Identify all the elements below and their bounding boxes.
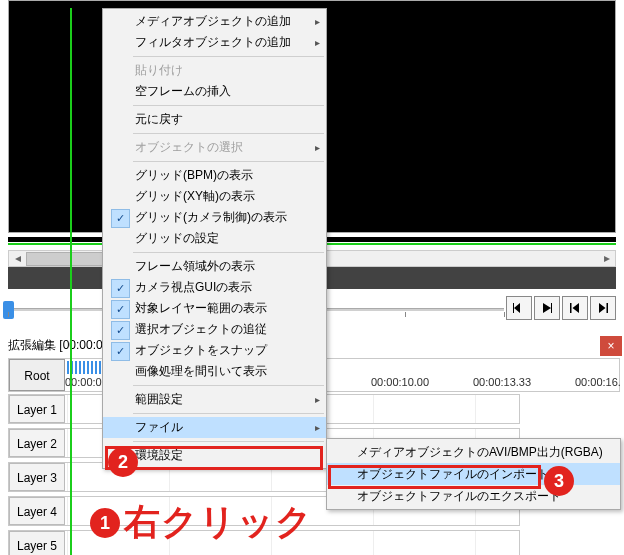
annotation-badge-3: 3 (544, 466, 574, 496)
menu-item[interactable]: フレーム領域外の表示 (103, 256, 326, 277)
file-submenu: メディアオブジェクトのAVI/BMP出力(RGBA)オブジェクトファイルのインポ… (326, 438, 621, 510)
menu-item[interactable]: グリッド(カメラ制御)の表示 (103, 207, 326, 228)
go-end-button[interactable] (590, 296, 616, 320)
annotation-badge-1: 1 (90, 508, 120, 538)
annotation-badge-2: 2 (108, 447, 138, 477)
playhead-vertical[interactable] (70, 8, 72, 555)
menu-item[interactable]: 元に戻す (103, 109, 326, 130)
menu-item[interactable]: 空フレームの挿入 (103, 81, 326, 102)
timecode: 00:00:10.00 (371, 376, 429, 388)
menu-item[interactable]: 選択オブジェクトの追従 (103, 319, 326, 340)
scroll-right-button[interactable]: ▸ (598, 251, 615, 266)
layer-label[interactable]: Layer 2 (9, 429, 65, 457)
layer-label[interactable]: Layer 4 (9, 497, 65, 525)
menu-item[interactable]: オブジェクトをスナップ (103, 340, 326, 361)
root-button[interactable]: Root (9, 359, 65, 391)
menu-item: 貼り付け (103, 60, 326, 81)
annotation-text: 右クリック (124, 498, 313, 547)
menu-item[interactable]: 画像処理を間引いて表示 (103, 361, 326, 382)
layer-label[interactable]: Layer 5 (9, 531, 65, 555)
prev-frame-button[interactable] (506, 296, 532, 320)
menu-item[interactable]: グリッド(XY軸)の表示 (103, 186, 326, 207)
timeline-title: 拡張編集 [00:00:00 (8, 337, 109, 354)
menu-item[interactable]: グリッド(BPM)の表示 (103, 165, 326, 186)
menu-item: オブジェクトの選択 (103, 137, 326, 158)
play-button[interactable] (534, 296, 560, 320)
timeline-close-button[interactable]: × (600, 336, 622, 356)
menu-item[interactable]: カメラ視点GUIの表示 (103, 277, 326, 298)
submenu-item[interactable]: メディアオブジェクトのAVI/BMP出力(RGBA) (327, 441, 620, 463)
submenu-item[interactable]: オブジェクトファイルのエクスポート (327, 485, 620, 507)
menu-item[interactable]: グリッドの設定 (103, 228, 326, 249)
timecode: 00:00:16. (575, 376, 621, 388)
timecode: 00:00:13.33 (473, 376, 531, 388)
context-menu: メディアオブジェクトの追加フィルタオブジェクトの追加貼り付け空フレームの挿入元に… (102, 8, 327, 469)
menu-item[interactable]: フィルタオブジェクトの追加 (103, 32, 326, 53)
go-start-button[interactable] (562, 296, 588, 320)
menu-item[interactable]: メディアオブジェクトの追加 (103, 11, 326, 32)
menu-item[interactable]: ファイル (103, 417, 326, 438)
menu-item[interactable]: 範囲設定 (103, 389, 326, 410)
transport-controls (506, 296, 616, 320)
scroll-thumb[interactable] (26, 252, 106, 266)
layer-label[interactable]: Layer 1 (9, 395, 65, 423)
layer-label[interactable]: Layer 3 (9, 463, 65, 491)
submenu-item[interactable]: オブジェクトファイルのインポート (327, 463, 620, 485)
menu-item[interactable]: 対象レイヤー範囲の表示 (103, 298, 326, 319)
scroll-left-button[interactable]: ◂ (9, 251, 26, 266)
